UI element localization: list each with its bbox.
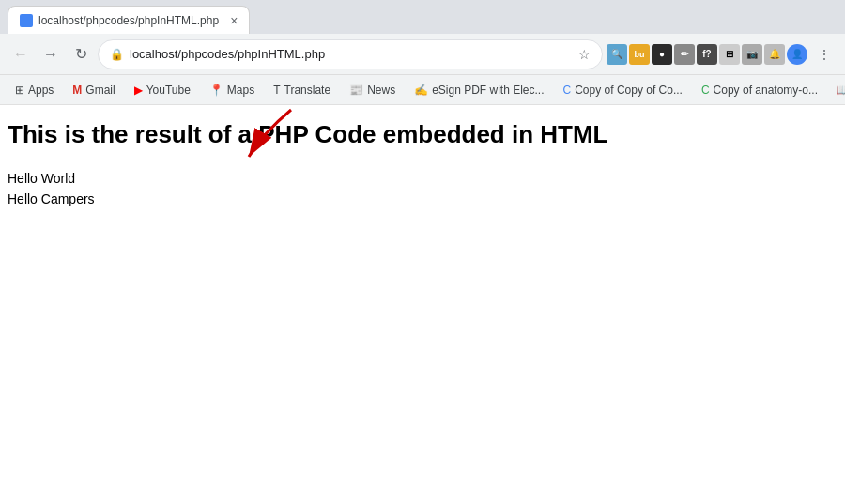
ext-icon-pen[interactable]: ✏	[674, 44, 695, 65]
bookmark-copy1[interactable]: C Copy of Copy of Co...	[556, 82, 690, 99]
maps-icon: 📍	[209, 84, 223, 97]
browser-tab[interactable]: localhost/phpcodes/phpInHTML.php ×	[8, 6, 250, 34]
reading-list-icon: 📖	[837, 84, 845, 97]
menu-button[interactable]: ⋮	[811, 41, 837, 68]
bookmark-copy1-label: Copy of Copy of Co...	[575, 84, 683, 97]
bookmark-maps-label: Maps	[227, 84, 254, 97]
ext-icon-bu[interactable]: bu	[629, 44, 650, 65]
page-line-1: Hello World	[8, 168, 837, 189]
page-line-2: Hello Campers	[8, 189, 837, 209]
bookmark-esign[interactable]: ✍ eSign PDF with Elec...	[407, 82, 551, 99]
bookmark-news[interactable]: 📰 News	[342, 82, 403, 99]
bookmark-copy2[interactable]: C Copy of anatomy-o...	[694, 82, 825, 99]
bookmarks-bar: ⊞ Apps M Gmail ▶ YouTube 📍 Maps T Transl…	[0, 75, 845, 105]
browser-window: localhost/phpcodes/phpInHTML.php × ← → ↻…	[0, 0, 845, 504]
ext-icon-notif[interactable]: 🔔	[764, 44, 785, 65]
gmail-icon: M	[72, 84, 82, 97]
bookmark-copy2-label: Copy of anatomy-o...	[714, 84, 818, 97]
bookmark-esign-label: eSign PDF with Elec...	[432, 84, 544, 97]
browser-body: This is the result of a PHP Code embedde…	[0, 105, 845, 504]
page-content: This is the result of a PHP Code embedde…	[0, 105, 845, 504]
back-button[interactable]: ←	[8, 41, 34, 68]
reload-button[interactable]: ↻	[68, 41, 94, 68]
tab-favicon	[20, 14, 33, 27]
tab-close-button[interactable]: ×	[230, 13, 238, 28]
copy2-icon: C	[701, 84, 710, 97]
bookmark-news-label: News	[367, 84, 395, 97]
lock-icon: 🔒	[110, 48, 124, 61]
bookmark-translate-label: Translate	[284, 84, 331, 97]
ext-icon-circle[interactable]: ●	[652, 44, 672, 65]
bookmark-youtube-label: YouTube	[146, 84, 191, 97]
bookmark-apps-label: Apps	[28, 84, 54, 97]
address-bar-input[interactable]	[130, 47, 573, 61]
extension-icons: 🔍 bu ● ✏ f? ⊞ 📷 🔔 👤	[607, 44, 807, 65]
tab-bar: localhost/phpcodes/phpInHTML.php ×	[0, 0, 845, 34]
bookmark-translate[interactable]: T Translate	[266, 82, 338, 99]
bookmark-gmail-label: Gmail	[85, 84, 115, 97]
bookmark-apps[interactable]: ⊞ Apps	[8, 82, 61, 99]
page-heading: This is the result of a PHP Code embedde…	[8, 120, 837, 149]
ext-icon-cam[interactable]: 📷	[742, 44, 762, 65]
address-bar-container[interactable]: 🔒 ☆	[98, 39, 603, 69]
ext-icon-user[interactable]: 👤	[787, 44, 807, 65]
youtube-icon: ▶	[134, 84, 143, 97]
bookmark-star-icon[interactable]: ☆	[578, 47, 591, 62]
ext-icon-search[interactable]: 🔍	[607, 44, 627, 65]
apps-icon: ⊞	[15, 84, 24, 97]
forward-button[interactable]: →	[38, 41, 64, 68]
bookmark-gmail[interactable]: M Gmail	[65, 82, 122, 99]
reading-list-button[interactable]: 📖 Reading list	[829, 75, 845, 105]
ext-icon-f[interactable]: f?	[697, 44, 717, 65]
esign-icon: ✍	[414, 84, 428, 97]
ext-icon-grid[interactable]: ⊞	[719, 44, 740, 65]
bookmark-maps[interactable]: 📍 Maps	[202, 82, 262, 99]
copy1-icon: C	[563, 84, 572, 97]
tab-title: localhost/phpcodes/phpInHTML.php	[38, 14, 219, 27]
news-icon: 📰	[349, 84, 363, 97]
translate-icon: T	[273, 84, 280, 97]
bookmark-youtube[interactable]: ▶ YouTube	[127, 82, 198, 99]
browser-toolbar: ← → ↻ 🔒 ☆ 🔍 bu ● ✏ f? ⊞ 📷 🔔 👤 ⋮	[0, 34, 845, 75]
